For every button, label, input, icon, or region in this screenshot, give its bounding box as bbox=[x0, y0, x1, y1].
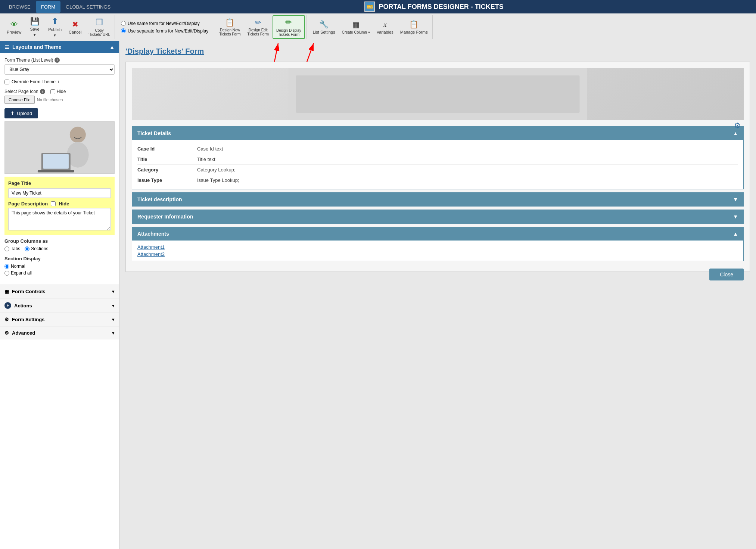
hide-icon-checkbox[interactable] bbox=[50, 89, 55, 94]
create-column-icon: ▦ bbox=[352, 20, 360, 29]
form-settings-section: ⚙ Form Settings ▾ bbox=[0, 313, 119, 326]
form-controls-section: ▦ Form Controls ▾ bbox=[0, 285, 119, 298]
preview-button[interactable]: 👁 Preview bbox=[4, 19, 24, 36]
canvas-header-image bbox=[132, 68, 744, 120]
nav-form[interactable]: FORM bbox=[36, 1, 60, 13]
advanced-chevron: ▾ bbox=[112, 330, 115, 336]
page-icon-row: Select Page Icon i Hide Choose File No f… bbox=[4, 89, 115, 104]
table-row: Issue Type Issue Type Lookup; bbox=[137, 175, 738, 185]
radio-same-form[interactable]: Use same form for New/Edit/Display bbox=[121, 21, 208, 26]
save-dropdown-arrow: ▾ bbox=[34, 32, 36, 37]
nav-browse[interactable]: BROWSE bbox=[4, 1, 36, 13]
attachments-title: Attachments bbox=[137, 231, 169, 237]
choose-file-button[interactable]: Choose File bbox=[4, 96, 35, 104]
preview-image bbox=[5, 122, 114, 173]
attachment1-link[interactable]: Attachment1 bbox=[137, 244, 738, 250]
close-button[interactable]: Close bbox=[709, 269, 744, 280]
sidebar: ☰ Layouts and Theme ▲ Form Theme (List L… bbox=[0, 41, 119, 549]
form-controls-header[interactable]: ▦ Form Controls ▾ bbox=[0, 285, 119, 298]
actions-header[interactable]: + Actions ▾ bbox=[0, 298, 119, 313]
form-settings-header[interactable]: ⚙ Form Settings ▾ bbox=[0, 313, 119, 326]
section-display-label: Section Display bbox=[4, 256, 115, 261]
upload-label: Upload bbox=[17, 111, 32, 116]
file-name: No file chosen bbox=[37, 97, 63, 102]
manage-forms-icon: 📋 bbox=[409, 20, 419, 29]
header-image-svg bbox=[132, 68, 744, 120]
manage-forms-button[interactable]: 📋 Manage Forms bbox=[397, 18, 431, 36]
cancel-button[interactable]: ✖ Cancel bbox=[65, 18, 85, 36]
design-display-button[interactable]: ✏ Design DisplayTickets Form bbox=[273, 15, 305, 39]
svg-rect-8 bbox=[43, 154, 69, 169]
actions-label: Actions bbox=[14, 303, 32, 308]
manage-forms-label: Manage Forms bbox=[400, 30, 428, 34]
yellow-section: Page Title Page Description Hide This pa… bbox=[4, 177, 115, 235]
normal-radio-label[interactable]: Normal bbox=[4, 264, 115, 269]
field-value-category: Category Lookup; bbox=[197, 167, 236, 173]
file-input-row: Choose File No file chosen bbox=[4, 96, 115, 104]
override-theme-info-icon: i bbox=[58, 79, 59, 84]
requester-info-section: Requester Information ▼ bbox=[132, 210, 744, 224]
page-title-input[interactable] bbox=[8, 188, 111, 198]
top-nav: BROWSE FORM GLOBAL SETTINGS 🎫 PORTAL FOR… bbox=[0, 0, 756, 13]
copy-url-button[interactable]: ❐ Copy'Tickets' URL bbox=[85, 16, 113, 38]
create-column-button[interactable]: ▦ Create Column ▾ bbox=[339, 19, 373, 36]
sidebar-main-content: Form Theme (List Level) i Blue Gray Defa… bbox=[0, 53, 119, 285]
publish-dropdown-arrow: ▾ bbox=[54, 33, 56, 38]
advanced-header[interactable]: ⚙ Advanced ▾ bbox=[0, 326, 119, 339]
attachment2-link[interactable]: Attachment2 bbox=[137, 251, 738, 257]
layouts-theme-title: Layouts and Theme bbox=[12, 44, 61, 50]
copy-icon: ❐ bbox=[96, 18, 103, 27]
list-settings-label: List Settings bbox=[313, 30, 335, 34]
table-row: Case Id Case Id text bbox=[137, 144, 738, 154]
copy-label: Copy'Tickets' URL bbox=[88, 28, 110, 37]
sections-radio-label[interactable]: Sections bbox=[25, 246, 48, 251]
group-columns-radio: Tabs Sections bbox=[4, 246, 115, 251]
save-button[interactable]: 💾 Save ▾ bbox=[25, 15, 44, 39]
radio-separate-forms[interactable]: Use separate forms for New/Edit/Display bbox=[121, 28, 208, 34]
toolbar-group-radio: Use same form for New/Edit/Display Use s… bbox=[116, 15, 213, 39]
expand-all-radio-label[interactable]: Expand all bbox=[4, 270, 115, 276]
section-gear-button[interactable]: ⚙ bbox=[734, 121, 741, 130]
design-new-button[interactable]: 📋 Design NewTickets Form bbox=[216, 16, 243, 38]
page-desc-textarea[interactable]: This page shows the details of your Tick… bbox=[8, 208, 111, 230]
list-settings-button[interactable]: 🔧 List Settings bbox=[310, 18, 338, 36]
nav-global-settings[interactable]: GLOBAL SETTINGS bbox=[60, 1, 116, 13]
requester-info-chevron: ▼ bbox=[733, 214, 738, 220]
advanced-label: Advanced bbox=[12, 330, 35, 336]
design-display-icon: ✏ bbox=[285, 18, 292, 27]
list-settings-icon: 🔧 bbox=[319, 20, 329, 29]
svg-rect-9 bbox=[38, 170, 74, 173]
page-desc-label: Page Description Hide bbox=[8, 201, 111, 207]
cancel-label: Cancel bbox=[69, 30, 81, 34]
toolbar-group-settings: 🔧 List Settings ▦ Create Column ▾ 𝑥 Vari… bbox=[308, 15, 433, 39]
ticket-description-chevron: ▼ bbox=[733, 196, 738, 202]
save-label: Save bbox=[30, 27, 40, 31]
form-theme-select[interactable]: Blue Gray Default Dark Blue Green bbox=[4, 64, 115, 75]
layouts-theme-header[interactable]: ☰ Layouts and Theme ▲ bbox=[0, 41, 119, 53]
tabs-radio-label[interactable]: Tabs bbox=[4, 246, 20, 251]
ticket-description-section: Ticket description ▼ bbox=[132, 192, 744, 207]
toolbar-group-main: 👁 Preview 💾 Save ▾ ⬆ Publish ▾ ✖ Cancel … bbox=[2, 15, 115, 39]
attachments-section: Attachments ▲ Attachment1 Attachment2 bbox=[132, 227, 744, 261]
hide-desc-checkbox[interactable] bbox=[51, 201, 56, 206]
layouts-collapse-icon: ▲ bbox=[109, 44, 115, 50]
requester-info-header[interactable]: Requester Information ▼ bbox=[132, 210, 743, 223]
toolbar-group-design: 📋 Design NewTickets Form ✏ Design EditTi… bbox=[215, 15, 307, 39]
ticket-details-header[interactable]: Ticket Details ▲ bbox=[132, 127, 743, 140]
design-edit-button[interactable]: ✏ Design EditTickets Form bbox=[245, 16, 272, 38]
override-theme-checkbox[interactable] bbox=[4, 80, 9, 84]
ticket-description-header[interactable]: Ticket description ▼ bbox=[132, 193, 743, 206]
main-content: 'Display Tickets' Form ⚙ Ticket Details … bbox=[119, 41, 756, 549]
attachments-header[interactable]: Attachments ▲ bbox=[132, 227, 743, 241]
publish-label: Publish bbox=[48, 27, 62, 32]
publish-button[interactable]: ⬆ Publish ▾ bbox=[45, 15, 65, 39]
group-columns-label: Group Columns as bbox=[4, 238, 115, 244]
field-label-case-id: Case Id bbox=[137, 146, 197, 152]
requester-info-title: Requester Information bbox=[137, 214, 193, 220]
form-controls-icon: ▦ bbox=[4, 289, 9, 294]
upload-button[interactable]: ⬆ Upload bbox=[4, 108, 38, 118]
page-icon-label: Select Page Icon i Hide bbox=[4, 89, 115, 94]
override-theme-label: Override Form Theme bbox=[12, 79, 56, 84]
variables-button[interactable]: 𝑥 Variables bbox=[374, 19, 396, 36]
attachments-body: Attachment1 Attachment2 bbox=[132, 241, 743, 261]
